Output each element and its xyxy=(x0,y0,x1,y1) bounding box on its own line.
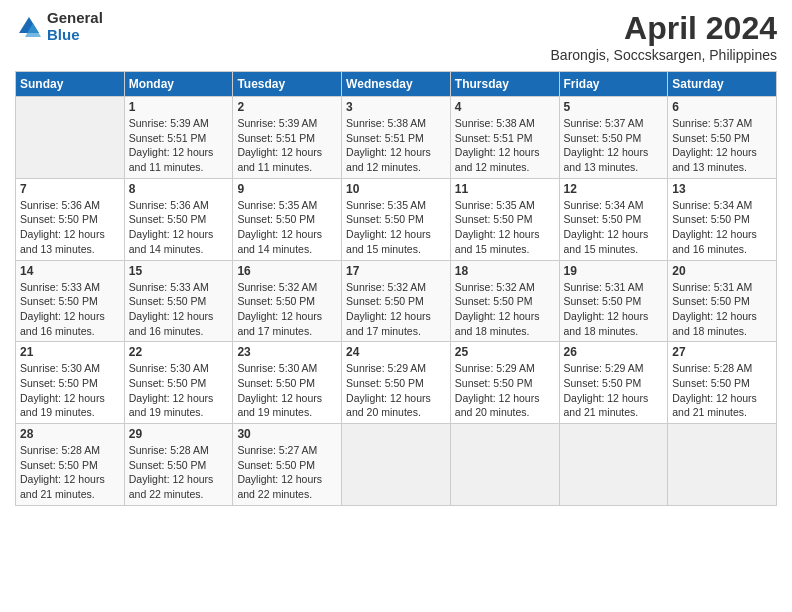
calendar-cell: 15Sunrise: 5:33 AM Sunset: 5:50 PM Dayli… xyxy=(124,260,233,342)
calendar-table: SundayMondayTuesdayWednesdayThursdayFrid… xyxy=(15,71,777,506)
calendar-cell: 16Sunrise: 5:32 AM Sunset: 5:50 PM Dayli… xyxy=(233,260,342,342)
calendar-cell xyxy=(668,424,777,506)
day-number: 17 xyxy=(346,264,446,278)
day-info: Sunrise: 5:30 AM Sunset: 5:50 PM Dayligh… xyxy=(237,361,337,420)
day-info: Sunrise: 5:33 AM Sunset: 5:50 PM Dayligh… xyxy=(129,280,229,339)
calendar-cell: 27Sunrise: 5:28 AM Sunset: 5:50 PM Dayli… xyxy=(668,342,777,424)
day-number: 1 xyxy=(129,100,229,114)
day-number: 9 xyxy=(237,182,337,196)
day-number: 25 xyxy=(455,345,555,359)
day-number: 3 xyxy=(346,100,446,114)
day-info: Sunrise: 5:28 AM Sunset: 5:50 PM Dayligh… xyxy=(672,361,772,420)
day-number: 10 xyxy=(346,182,446,196)
calendar-cell xyxy=(342,424,451,506)
day-number: 6 xyxy=(672,100,772,114)
day-number: 15 xyxy=(129,264,229,278)
logo-icon xyxy=(15,13,43,41)
calendar-cell: 25Sunrise: 5:29 AM Sunset: 5:50 PM Dayli… xyxy=(450,342,559,424)
header: General Blue April 2024 Barongis, Soccsk… xyxy=(15,10,777,63)
day-info: Sunrise: 5:37 AM Sunset: 5:50 PM Dayligh… xyxy=(564,116,664,175)
day-number: 13 xyxy=(672,182,772,196)
calendar-week-row: 14Sunrise: 5:33 AM Sunset: 5:50 PM Dayli… xyxy=(16,260,777,342)
logo: General Blue xyxy=(15,10,103,43)
calendar-cell: 8Sunrise: 5:36 AM Sunset: 5:50 PM Daylig… xyxy=(124,178,233,260)
calendar-cell: 12Sunrise: 5:34 AM Sunset: 5:50 PM Dayli… xyxy=(559,178,668,260)
day-info: Sunrise: 5:39 AM Sunset: 5:51 PM Dayligh… xyxy=(129,116,229,175)
day-info: Sunrise: 5:31 AM Sunset: 5:50 PM Dayligh… xyxy=(564,280,664,339)
day-info: Sunrise: 5:38 AM Sunset: 5:51 PM Dayligh… xyxy=(346,116,446,175)
calendar-cell: 4Sunrise: 5:38 AM Sunset: 5:51 PM Daylig… xyxy=(450,97,559,179)
logo-blue: Blue xyxy=(47,27,103,44)
day-info: Sunrise: 5:27 AM Sunset: 5:50 PM Dayligh… xyxy=(237,443,337,502)
calendar-cell: 14Sunrise: 5:33 AM Sunset: 5:50 PM Dayli… xyxy=(16,260,125,342)
day-number: 21 xyxy=(20,345,120,359)
weekday-header: Sunday xyxy=(16,72,125,97)
weekday-header: Saturday xyxy=(668,72,777,97)
day-info: Sunrise: 5:31 AM Sunset: 5:50 PM Dayligh… xyxy=(672,280,772,339)
day-number: 2 xyxy=(237,100,337,114)
calendar-cell: 23Sunrise: 5:30 AM Sunset: 5:50 PM Dayli… xyxy=(233,342,342,424)
location-title: Barongis, Soccsksargen, Philippines xyxy=(551,47,777,63)
day-info: Sunrise: 5:33 AM Sunset: 5:50 PM Dayligh… xyxy=(20,280,120,339)
calendar-cell: 26Sunrise: 5:29 AM Sunset: 5:50 PM Dayli… xyxy=(559,342,668,424)
calendar-cell: 13Sunrise: 5:34 AM Sunset: 5:50 PM Dayli… xyxy=(668,178,777,260)
day-number: 11 xyxy=(455,182,555,196)
month-title: April 2024 xyxy=(551,10,777,47)
day-info: Sunrise: 5:28 AM Sunset: 5:50 PM Dayligh… xyxy=(129,443,229,502)
day-number: 7 xyxy=(20,182,120,196)
day-number: 29 xyxy=(129,427,229,441)
day-number: 27 xyxy=(672,345,772,359)
day-number: 23 xyxy=(237,345,337,359)
day-info: Sunrise: 5:32 AM Sunset: 5:50 PM Dayligh… xyxy=(455,280,555,339)
weekday-header: Monday xyxy=(124,72,233,97)
day-info: Sunrise: 5:38 AM Sunset: 5:51 PM Dayligh… xyxy=(455,116,555,175)
weekday-header: Wednesday xyxy=(342,72,451,97)
day-info: Sunrise: 5:37 AM Sunset: 5:50 PM Dayligh… xyxy=(672,116,772,175)
logo-general: General xyxy=(47,10,103,27)
calendar-cell xyxy=(559,424,668,506)
calendar-cell: 30Sunrise: 5:27 AM Sunset: 5:50 PM Dayli… xyxy=(233,424,342,506)
calendar-cell: 5Sunrise: 5:37 AM Sunset: 5:50 PM Daylig… xyxy=(559,97,668,179)
day-info: Sunrise: 5:32 AM Sunset: 5:50 PM Dayligh… xyxy=(346,280,446,339)
day-number: 8 xyxy=(129,182,229,196)
weekday-header-row: SundayMondayTuesdayWednesdayThursdayFrid… xyxy=(16,72,777,97)
day-info: Sunrise: 5:29 AM Sunset: 5:50 PM Dayligh… xyxy=(346,361,446,420)
day-info: Sunrise: 5:35 AM Sunset: 5:50 PM Dayligh… xyxy=(455,198,555,257)
calendar-cell: 20Sunrise: 5:31 AM Sunset: 5:50 PM Dayli… xyxy=(668,260,777,342)
day-info: Sunrise: 5:29 AM Sunset: 5:50 PM Dayligh… xyxy=(455,361,555,420)
calendar-cell xyxy=(450,424,559,506)
calendar-cell: 2Sunrise: 5:39 AM Sunset: 5:51 PM Daylig… xyxy=(233,97,342,179)
weekday-header: Tuesday xyxy=(233,72,342,97)
calendar-cell: 9Sunrise: 5:35 AM Sunset: 5:50 PM Daylig… xyxy=(233,178,342,260)
day-number: 19 xyxy=(564,264,664,278)
day-number: 28 xyxy=(20,427,120,441)
day-info: Sunrise: 5:36 AM Sunset: 5:50 PM Dayligh… xyxy=(20,198,120,257)
logo-text: General Blue xyxy=(47,10,103,43)
calendar-week-row: 7Sunrise: 5:36 AM Sunset: 5:50 PM Daylig… xyxy=(16,178,777,260)
calendar-cell: 28Sunrise: 5:28 AM Sunset: 5:50 PM Dayli… xyxy=(16,424,125,506)
day-info: Sunrise: 5:30 AM Sunset: 5:50 PM Dayligh… xyxy=(20,361,120,420)
calendar-cell: 11Sunrise: 5:35 AM Sunset: 5:50 PM Dayli… xyxy=(450,178,559,260)
day-number: 5 xyxy=(564,100,664,114)
calendar-cell: 21Sunrise: 5:30 AM Sunset: 5:50 PM Dayli… xyxy=(16,342,125,424)
title-area: April 2024 Barongis, Soccsksargen, Phili… xyxy=(551,10,777,63)
calendar-cell: 1Sunrise: 5:39 AM Sunset: 5:51 PM Daylig… xyxy=(124,97,233,179)
calendar-week-row: 1Sunrise: 5:39 AM Sunset: 5:51 PM Daylig… xyxy=(16,97,777,179)
day-info: Sunrise: 5:35 AM Sunset: 5:50 PM Dayligh… xyxy=(237,198,337,257)
day-info: Sunrise: 5:36 AM Sunset: 5:50 PM Dayligh… xyxy=(129,198,229,257)
day-info: Sunrise: 5:28 AM Sunset: 5:50 PM Dayligh… xyxy=(20,443,120,502)
day-number: 4 xyxy=(455,100,555,114)
day-number: 16 xyxy=(237,264,337,278)
day-info: Sunrise: 5:34 AM Sunset: 5:50 PM Dayligh… xyxy=(672,198,772,257)
day-number: 14 xyxy=(20,264,120,278)
day-number: 20 xyxy=(672,264,772,278)
calendar-cell: 3Sunrise: 5:38 AM Sunset: 5:51 PM Daylig… xyxy=(342,97,451,179)
day-info: Sunrise: 5:34 AM Sunset: 5:50 PM Dayligh… xyxy=(564,198,664,257)
day-number: 26 xyxy=(564,345,664,359)
weekday-header: Friday xyxy=(559,72,668,97)
day-number: 12 xyxy=(564,182,664,196)
calendar-cell: 7Sunrise: 5:36 AM Sunset: 5:50 PM Daylig… xyxy=(16,178,125,260)
calendar-week-row: 21Sunrise: 5:30 AM Sunset: 5:50 PM Dayli… xyxy=(16,342,777,424)
calendar-cell: 29Sunrise: 5:28 AM Sunset: 5:50 PM Dayli… xyxy=(124,424,233,506)
day-number: 24 xyxy=(346,345,446,359)
